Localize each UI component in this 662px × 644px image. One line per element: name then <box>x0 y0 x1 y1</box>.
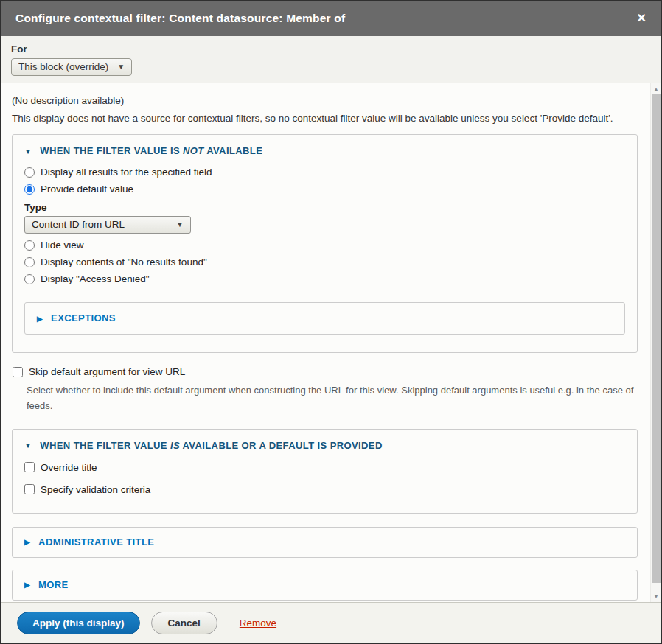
radio-row-display-all: Display all results for the specified fi… <box>24 167 625 178</box>
chevron-collapsed-icon: ▶ <box>37 315 43 323</box>
fieldset-available-legend[interactable]: ▼ WHEN THE FILTER VALUE IS AVAILABLE OR … <box>24 440 625 451</box>
no-description-text: (No description available) <box>12 95 638 106</box>
radio-provide-default[interactable] <box>24 184 35 195</box>
checkbox-override-title[interactable] <box>24 462 35 472</box>
chevron-collapsed-icon: ▶ <box>24 539 30 546</box>
apply-button[interactable]: Apply (this display) <box>17 612 140 634</box>
fieldset-administrative-title-legend[interactable]: ▶ ADMINISTRATIVE TITLE <box>24 536 625 547</box>
radio-label[interactable]: Provide default value <box>41 183 133 195</box>
radio-access-denied[interactable] <box>24 274 35 284</box>
chevron-expanded-icon: ▼ <box>24 442 32 449</box>
radio-label[interactable]: Display all results for the specified fi… <box>41 167 212 178</box>
fieldset-not-available-legend[interactable]: ▼ WHEN THE FILTER VALUE IS NOT AVAILABLE <box>24 145 625 156</box>
chevron-down-icon: ▼ <box>117 63 125 71</box>
chevron-down-icon: ▼ <box>176 220 184 228</box>
fieldset-more: ▶ MORE <box>12 570 638 601</box>
checkbox-specify-validation[interactable] <box>24 484 35 494</box>
for-select[interactable]: This block (override) ▼ <box>11 58 132 76</box>
for-section: For This block (override) ▼ <box>1 36 661 83</box>
checkbox-row-validation: Specify validation criteria <box>24 484 625 495</box>
for-select-value: This block (override) <box>18 61 108 72</box>
close-icon[interactable]: ✕ <box>637 13 647 24</box>
type-select[interactable]: Content ID from URL ▼ <box>24 216 191 234</box>
legend-text-suffix: AVAILABLE <box>204 145 263 156</box>
scroll-up-icon[interactable]: ▲ <box>651 83 661 94</box>
scrollbar-thumb[interactable] <box>652 94 661 583</box>
scroll-down-icon[interactable]: ▼ <box>651 591 661 602</box>
legend-text-italic: IS <box>170 440 180 451</box>
chevron-collapsed-icon: ▶ <box>24 581 30 589</box>
checkbox-label[interactable]: Skip default argument for view URL <box>29 366 185 377</box>
radio-hide-view[interactable] <box>24 240 35 251</box>
legend-text: MORE <box>38 579 69 590</box>
for-label: For <box>11 43 647 55</box>
checkbox-label[interactable]: Override title <box>41 462 97 473</box>
radio-label[interactable]: Display contents of "No results found" <box>41 256 207 267</box>
dialog-footer: Apply (this display) Cancel Remove <box>1 602 661 643</box>
legend-text: EXCEPTIONS <box>51 312 116 323</box>
type-select-value: Content ID from URL <box>32 219 125 230</box>
fieldset-not-available: ▼ WHEN THE FILTER VALUE IS NOT AVAILABLE… <box>12 134 638 353</box>
legend-text-prefix: WHEN THE FILTER VALUE IS <box>40 145 183 156</box>
dialog-body-content: (No description available) This display … <box>1 83 661 601</box>
radio-label[interactable]: Display "Access Denied" <box>41 273 150 284</box>
skip-default-description: Select whether to include this default a… <box>27 382 638 414</box>
dialog-title: Configure contextual filter: Content dat… <box>15 12 345 25</box>
skip-default-block: Skip default argument for view URL Selec… <box>13 366 638 414</box>
checkbox-row-override-title: Override title <box>24 462 625 473</box>
legend-text-italic: NOT <box>183 145 204 156</box>
radio-display-all-results[interactable] <box>24 167 35 178</box>
chevron-expanded-icon: ▼ <box>24 148 32 155</box>
fieldset-more-legend[interactable]: ▶ MORE <box>24 579 625 590</box>
checkbox-row-skip-default: Skip default argument for view URL <box>13 366 638 377</box>
radio-row-no-results: Display contents of "No results found" <box>24 256 625 267</box>
fieldset-exceptions: ▶ EXCEPTIONS <box>24 302 625 335</box>
checkbox-skip-default[interactable] <box>13 367 23 377</box>
remove-link[interactable]: Remove <box>240 617 276 629</box>
legend-text: WHEN THE FILTER VALUE IS AVAILABLE OR A … <box>40 440 382 451</box>
display-source-note: This display does not have a source for … <box>12 113 638 124</box>
legend-text-prefix: WHEN THE FILTER VALUE <box>40 440 170 451</box>
radio-row-provide-default: Provide default value <box>24 183 625 195</box>
fieldset-administrative-title: ▶ ADMINISTRATIVE TITLE <box>12 527 638 558</box>
cancel-button[interactable]: Cancel <box>151 612 217 634</box>
fieldset-available: ▼ WHEN THE FILTER VALUE IS AVAILABLE OR … <box>12 429 638 514</box>
legend-text-suffix: AVAILABLE OR A DEFAULT IS PROVIDED <box>180 440 383 451</box>
radio-label[interactable]: Hide view <box>41 239 84 251</box>
type-label: Type <box>24 202 625 213</box>
fieldset-exceptions-legend[interactable]: ▶ EXCEPTIONS <box>37 312 613 323</box>
contextual-filter-dialog: Configure contextual filter: Content dat… <box>0 0 662 644</box>
legend-text: ADMINISTRATIVE TITLE <box>38 536 154 547</box>
dialog-titlebar: Configure contextual filter: Content dat… <box>1 1 661 36</box>
dialog-body: (No description available) This display … <box>1 83 661 602</box>
radio-row-hide-view: Hide view <box>24 239 625 251</box>
legend-text: WHEN THE FILTER VALUE IS NOT AVAILABLE <box>40 145 262 156</box>
radio-no-results[interactable] <box>24 257 35 267</box>
checkbox-label[interactable]: Specify validation criteria <box>41 484 150 495</box>
radio-row-access-denied: Display "Access Denied" <box>24 273 625 284</box>
scrollbar[interactable]: ▲ ▼ <box>650 83 661 602</box>
